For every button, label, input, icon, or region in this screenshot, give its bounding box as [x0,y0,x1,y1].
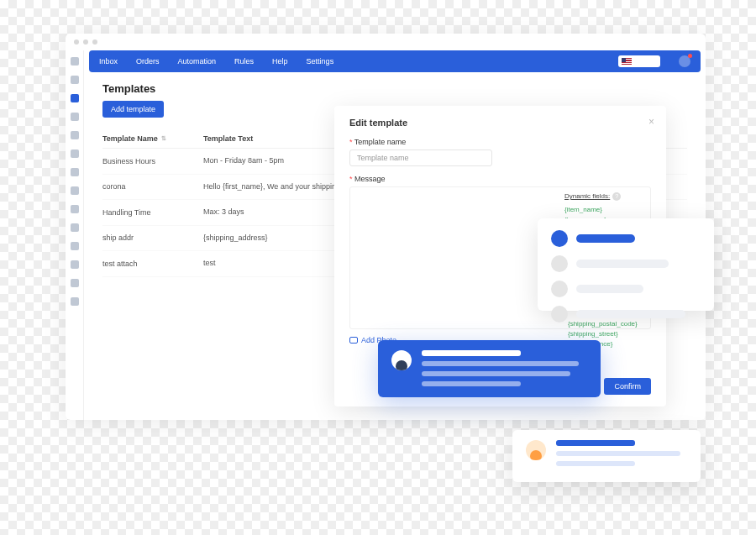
nav-settings[interactable]: Settings [307,57,334,66]
sort-icon[interactable]: ⇅ [161,135,166,142]
row-name: corona [102,181,203,193]
sidebar-icon[interactable] [71,149,79,158]
row-name: ship addr [102,233,203,244]
sidebar-icon[interactable] [71,260,79,269]
label-message: Message [349,175,651,183]
sidebar-icon[interactable] [71,297,79,306]
modal-title: Edit template [349,118,651,128]
col-header-name-label: Template Name [102,134,158,143]
skeleton-bar [422,361,579,366]
window-dot [83,39,88,45]
avatar-placeholder-icon [551,306,568,323]
confirm-button[interactable]: Confirm [604,378,651,395]
sidebar-icon-active[interactable] [71,94,79,102]
add-template-button[interactable]: Add template [102,101,164,118]
window-titlebar [66,34,706,50]
nav-orders[interactable]: Orders [136,57,160,66]
skeleton-bar [576,285,643,293]
dyn-field[interactable]: {shipping_street} [568,329,638,339]
sidebar-icon[interactable] [71,223,79,232]
avatar-placeholder-icon [551,230,568,247]
skeleton-bar [556,440,635,446]
navbar: Inbox Orders Automation Rules Help Setti… [89,50,701,72]
row-name: Business Hours [102,155,203,167]
avatar [526,440,546,460]
skeleton-bar [556,451,680,456]
sidebar-icon[interactable] [71,242,79,250]
skeleton-bar [422,350,521,356]
dynamic-fields-header: Dynamic fields: [564,192,610,200]
avatar-placeholder-icon [551,255,568,272]
row-name: test attach [102,258,203,270]
sidebar-icon[interactable] [71,279,79,287]
avatar [391,350,412,370]
sidebar-icon[interactable] [71,57,79,66]
nav-rules[interactable]: Rules [234,57,254,66]
avatar-placeholder-icon [551,281,568,297]
page-title: Templates [102,82,687,95]
language-selector[interactable] [618,55,660,67]
window-dot [74,39,79,45]
photo-icon [349,337,358,344]
sidebar-icon[interactable] [71,186,79,195]
sidebar-icon[interactable] [71,76,79,84]
us-flag-icon [622,58,632,65]
nav-automation[interactable]: Automation [178,57,217,66]
chat-bubble-incoming [512,430,701,482]
skeleton-bar [556,461,635,466]
skeleton-bar [422,381,521,386]
skeleton-bar [422,371,570,376]
dyn-field[interactable]: {item_name} [564,205,643,215]
row-name: Handling Time [102,207,203,218]
help-icon[interactable]: ? [612,192,621,201]
skeleton-bar [576,310,685,318]
sidebar-icon[interactable] [71,168,79,176]
sidebar [66,50,84,420]
suggestion-card [538,218,714,311]
template-name-input[interactable]: Template name [349,149,492,166]
user-avatar-icon[interactable] [679,55,690,67]
sidebar-icon[interactable] [71,131,79,139]
chat-bubble-outgoing [378,340,601,397]
skeleton-bar [576,260,669,268]
skeleton-bar [576,234,635,243]
sidebar-icon[interactable] [71,205,79,213]
sidebar-icon[interactable] [71,113,79,121]
nav-inbox[interactable]: Inbox [99,57,118,66]
col-header-name[interactable]: Template Name ⇅ [102,134,203,143]
nav-help[interactable]: Help [272,57,288,66]
window-dot [92,39,97,45]
label-template-name: Template name [349,138,651,146]
close-icon[interactable]: × [648,116,654,128]
